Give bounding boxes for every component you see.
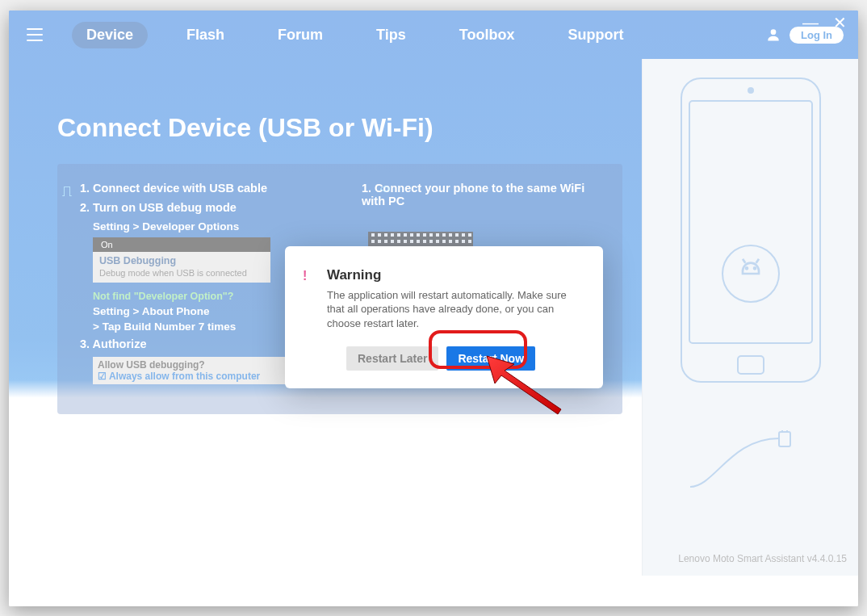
- app-window: — ✕ Device Flash Forum Tips Toolbox Supp…: [9, 10, 858, 606]
- restart-later-button[interactable]: Restart Later: [346, 346, 438, 371]
- restart-now-button[interactable]: Restart Now: [446, 346, 535, 371]
- modal-body: The application will restart automatical…: [327, 288, 580, 331]
- warning-icon: !: [303, 269, 307, 283]
- modal-title: Warning: [327, 267, 580, 283]
- warning-modal: ! Warning The application will restart a…: [285, 246, 603, 389]
